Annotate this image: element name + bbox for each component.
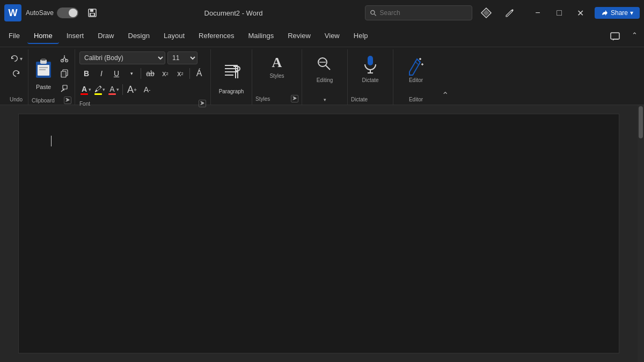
save-button[interactable]	[83, 4, 102, 21]
strikethrough-button[interactable]: ab	[143, 67, 157, 80]
window-controls: − □ ✕	[528, 4, 590, 21]
svg-rect-22	[63, 85, 67, 89]
editing-group: Editing ▾	[302, 49, 348, 105]
shrink-font-button[interactable]: A-	[140, 83, 154, 97]
svg-rect-11	[41, 58, 46, 61]
styles-button[interactable]: A Styles	[255, 51, 298, 82]
search-input[interactable]	[380, 9, 467, 17]
clipboard-sub-buttons	[57, 51, 71, 95]
collapse-ribbon-button[interactable]: ⌃	[627, 28, 642, 43]
fmt-divider-2	[189, 68, 190, 79]
editing-dropdown-icon[interactable]: ▾	[324, 97, 326, 102]
ribbon-collapse-button[interactable]: ⌃	[438, 49, 451, 105]
fmt-divider-1	[141, 68, 141, 79]
subscript-button[interactable]: x2	[158, 67, 172, 80]
copy-icon	[60, 69, 69, 78]
menu-design[interactable]: Design	[122, 28, 156, 44]
menu-help[interactable]: Help	[347, 28, 375, 44]
styles-icon: A	[272, 55, 282, 71]
underline-dropdown[interactable]: ▾	[125, 67, 138, 80]
editor-label: Editor	[409, 77, 423, 83]
voice-group: Dictate Dictate	[348, 49, 393, 105]
vertical-scrollbar[interactable]	[638, 105, 644, 362]
font-color-button[interactable]: A ▾	[79, 83, 92, 97]
superscript-button[interactable]: x2	[173, 67, 187, 80]
highlight-icon: 🖍	[94, 85, 102, 93]
bold-button[interactable]: B	[79, 67, 93, 80]
menu-draw[interactable]: Draw	[91, 28, 120, 44]
document-page[interactable]	[18, 114, 619, 353]
clipboard-dialog-button[interactable]: ⮞	[64, 97, 71, 104]
svg-line-5	[375, 14, 376, 16]
voice-group-label: Dictate	[351, 97, 368, 102]
menu-layout[interactable]: Layout	[157, 28, 191, 44]
toggle-knob	[69, 9, 77, 17]
menu-home[interactable]: Home	[27, 28, 59, 44]
clipboard-group: Paste	[28, 49, 75, 105]
autosave-label: AutoSave	[26, 9, 54, 17]
paste-label: Paste	[36, 84, 51, 90]
undo-button[interactable]: ▾	[8, 51, 25, 65]
font-size-select[interactable]: 11	[167, 51, 197, 64]
shading-button[interactable]: A ▾	[107, 83, 120, 97]
editing-button[interactable]: Editing	[305, 51, 344, 86]
fmt-divider-3	[122, 84, 123, 95]
close-button[interactable]: ✕	[571, 4, 590, 21]
paragraph-button[interactable]: Paragraph	[214, 60, 248, 94]
highlight-dropdown[interactable]: ▾	[103, 87, 105, 92]
minimize-button[interactable]: −	[528, 4, 547, 21]
editor-button[interactable]: Editor	[397, 51, 435, 86]
word-logo: W	[4, 4, 21, 21]
styles-label: Styles	[269, 73, 284, 79]
format-painter-button[interactable]	[57, 82, 71, 95]
search-box	[365, 5, 472, 20]
autosave-toggle[interactable]: Off	[57, 8, 78, 18]
font-color-a: A	[82, 85, 87, 93]
italic-button[interactable]: I	[94, 67, 108, 80]
undo-group-label: Undo	[10, 97, 23, 102]
save-icon	[87, 8, 97, 18]
menu-view[interactable]: View	[318, 28, 346, 44]
designer-button[interactable]	[477, 4, 496, 21]
scrollbar-thumb[interactable]	[639, 106, 643, 138]
editor-group: Editor Editor	[393, 49, 438, 105]
highlight-button[interactable]: 🖍 ▾	[93, 83, 106, 97]
styles-dialog-button[interactable]: ⮞	[291, 95, 298, 102]
redo-button[interactable]	[8, 67, 25, 80]
microphone-icon	[362, 55, 379, 76]
paragraph-group: Paragraph	[211, 49, 252, 105]
copy-button[interactable]	[57, 67, 71, 80]
share-icon	[601, 9, 609, 17]
menu-review[interactable]: Review	[281, 28, 317, 44]
comments-button[interactable]	[605, 28, 625, 45]
styles-group-bottom-label: Styles	[255, 96, 270, 102]
font-name-select[interactable]: Calibri (Body)	[79, 51, 165, 64]
shading-dropdown[interactable]: ▾	[116, 87, 119, 92]
font-color-indicator	[80, 93, 88, 95]
svg-rect-3	[91, 13, 94, 16]
svg-rect-1	[90, 9, 93, 12]
menu-file[interactable]: File	[2, 28, 26, 44]
menu-references[interactable]: References	[192, 28, 240, 44]
share-button[interactable]: Share ▾	[595, 7, 640, 19]
text-cursor	[51, 136, 52, 146]
document-scroll-area[interactable]	[0, 105, 638, 362]
comment-icon	[610, 31, 620, 42]
paragraph-label: Paragraph	[219, 88, 244, 94]
cut-icon	[60, 54, 69, 63]
menu-insert[interactable]: Insert	[60, 28, 91, 44]
paste-button[interactable]: Paste	[32, 51, 55, 95]
paragraph-icon	[221, 60, 242, 87]
grow-font-button[interactable]: A+	[125, 83, 139, 97]
pen-button[interactable]	[500, 4, 519, 21]
editor-group-label: Editor	[409, 97, 423, 102]
maximize-button[interactable]: □	[550, 4, 569, 21]
pen-icon	[504, 7, 516, 19]
change-case-button[interactable]: Á	[192, 67, 206, 80]
editing-label: Editing	[317, 77, 333, 83]
dictate-button[interactable]: Dictate	[351, 51, 390, 86]
menu-mailings[interactable]: Mailings	[242, 28, 281, 44]
cut-button[interactable]	[57, 51, 71, 65]
underline-button[interactable]: U	[109, 67, 123, 80]
font-color-dropdown[interactable]: ▾	[89, 87, 91, 92]
